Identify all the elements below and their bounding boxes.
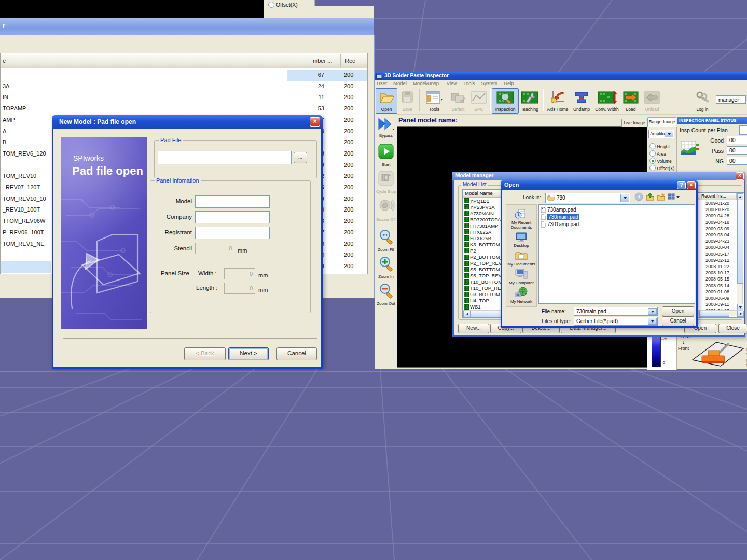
left-window-titlebar[interactable]: r (0, 18, 374, 35)
toolbar-save-button[interactable]: Save (396, 88, 418, 114)
toolbar-tools-button[interactable]: Tools (421, 88, 447, 114)
zoom-in-button[interactable]: Zoom In (376, 255, 396, 279)
length-unit: mm (258, 287, 268, 293)
table-row[interactable]: TOPAMP53200 (1, 104, 367, 115)
registrant-input[interactable] (195, 227, 270, 239)
table-row[interactable]: 67200 (1, 70, 367, 81)
zoom-out-button[interactable]: Zoom Out (376, 282, 396, 306)
toolbar-defect-button[interactable]: Defect (446, 88, 470, 114)
insp-count-input[interactable] (739, 125, 747, 135)
menu-item[interactable]: User (377, 80, 387, 86)
toolbar-axis-home-button[interactable]: Axis Home (545, 88, 571, 114)
recent-date: 2008-05-15 (699, 276, 736, 283)
radio-offsetx-fragment[interactable]: Offset(X) (268, 2, 298, 8)
bypass-button[interactable]: Bypass (376, 117, 396, 138)
zoom-fit-button[interactable]: 1:1 Zoom Fit (376, 228, 396, 252)
list-header-row[interactable]: e mber ... Rec (1, 53, 367, 68)
toolbar-conv-width-button[interactable]: Conv. Width (592, 88, 621, 114)
recent-cell: 200 (344, 150, 353, 157)
back-nav-icon[interactable] (634, 192, 643, 201)
buzzer-off-button[interactable]: Buzzer Off (376, 197, 396, 222)
open-dialog-titlebar[interactable]: Open ? × (501, 180, 698, 190)
recent-vscrollbar[interactable] (737, 193, 743, 310)
toolbar-undamp-button[interactable]: Undamp (570, 88, 593, 114)
cancel-button[interactable]: Cancel (276, 347, 317, 360)
toolbar-teaching-button[interactable]: Teaching (518, 88, 542, 114)
menu-item[interactable]: View (447, 80, 457, 86)
menu-item[interactable]: Model (393, 80, 407, 86)
start-button[interactable]: Start (376, 143, 396, 167)
chevron-down-icon[interactable] (620, 194, 629, 202)
toolbar-spc-button[interactable]: SPC (469, 88, 489, 114)
length-input[interactable]: 0 (224, 283, 255, 294)
table-row[interactable]: 3A24200 (1, 81, 367, 93)
help-icon[interactable]: ? (677, 181, 686, 189)
number-column-header[interactable]: mber ... (313, 58, 332, 64)
recent-ins-header[interactable]: Recent Ins... (698, 193, 737, 200)
place-my-recent-documents[interactable]: My Recent Documents (506, 208, 536, 230)
radio-offset-x[interactable]: Offset(X) (649, 165, 674, 171)
toolbar-load-button[interactable]: Load (620, 88, 641, 114)
chevron-down-icon[interactable] (665, 131, 673, 137)
tab-live-image[interactable]: Live Image (621, 119, 647, 127)
cycle-stop-button[interactable]: Cycle Stop (376, 170, 396, 194)
back-button[interactable]: < Back (184, 347, 226, 360)
toolbar-inspection-button[interactable]: Inspection (492, 88, 519, 114)
look-in-combo[interactable]: 730 (545, 193, 630, 203)
close-icon[interactable]: × (687, 181, 696, 189)
main-titlebar[interactable]: 3D Solder Paste Inspector (375, 72, 747, 80)
up-folder-icon[interactable] (645, 192, 655, 201)
file-type-combo[interactable]: Gerber File(*.pad) (574, 317, 658, 326)
new-model-button[interactable]: New... (458, 324, 489, 333)
place-my-documents[interactable]: My Documents (506, 250, 536, 267)
open-file-button[interactable]: Open (662, 306, 694, 316)
model-input[interactable] (195, 195, 270, 208)
next-button[interactable]: Next > (228, 347, 269, 360)
radio-height[interactable]: Height (649, 143, 670, 149)
recent-cell: 200 (344, 184, 353, 190)
table-row[interactable]: IN11200 (1, 92, 367, 104)
file-list[interactable]: 730amp.pad 730main.pad 7301amp.pad (538, 204, 695, 304)
close-icon[interactable]: × (736, 172, 744, 180)
close-icon[interactable]: × (310, 117, 320, 127)
browse-button[interactable]: ... (294, 152, 307, 163)
recent-hscrollbar[interactable] (698, 310, 743, 316)
toolbar-unload-button[interactable]: Unload (640, 88, 664, 114)
file-name-combo[interactable]: 730main.pad (574, 307, 658, 316)
radio-area[interactable]: Area (649, 150, 666, 157)
scrollbar-thumb[interactable] (699, 311, 729, 317)
width-input[interactable]: 0 (224, 268, 255, 279)
chevron-down-icon[interactable] (648, 308, 657, 315)
company-input[interactable] (195, 211, 270, 223)
dialog-titlebar[interactable]: New Model : Pad file open × (52, 115, 323, 129)
place-my-computer[interactable]: My Computer (506, 268, 536, 286)
amplitude-combo[interactable]: Amplitude (648, 130, 674, 138)
file-item-selected[interactable]: 730main.pad (541, 214, 579, 220)
pad-file-input[interactable] (158, 151, 292, 164)
place-my-network[interactable]: My Network (506, 287, 536, 304)
cancel-file-button[interactable]: Cancel (662, 316, 694, 326)
menu-item[interactable]: System (481, 80, 497, 86)
file-item[interactable]: 730amp.pad (541, 206, 576, 213)
toolbar-open-button[interactable]: Open (376, 88, 397, 114)
mm-close-button[interactable]: Close (718, 324, 747, 333)
menu-item[interactable]: Tools (463, 80, 475, 86)
scrollbar-thumb[interactable] (737, 200, 743, 284)
radio-volume[interactable]: Volume (649, 158, 672, 164)
menu-item[interactable]: Model&Insp. (413, 80, 440, 86)
selection-rectangle (559, 227, 629, 241)
model-manager-titlebar[interactable]: Model manager × (452, 172, 745, 180)
chevron-down-icon[interactable] (648, 318, 657, 325)
number-cell: 53 (289, 105, 324, 111)
stencil-input[interactable]: 0 (195, 243, 234, 254)
scroll-right-icon[interactable] (737, 311, 744, 317)
place-desktop[interactable]: Desktop (506, 232, 536, 248)
login-button[interactable]: Log in (691, 88, 714, 114)
toolbar-load-label: Load (621, 107, 641, 112)
recent-column-header[interactable]: Rec (345, 58, 355, 64)
new-folder-icon[interactable] (656, 192, 666, 201)
menu-item[interactable]: Help (504, 80, 514, 86)
views-icon[interactable] (667, 192, 681, 201)
login-user-input[interactable]: manager (716, 95, 746, 104)
name-column-header[interactable]: e (3, 58, 6, 64)
